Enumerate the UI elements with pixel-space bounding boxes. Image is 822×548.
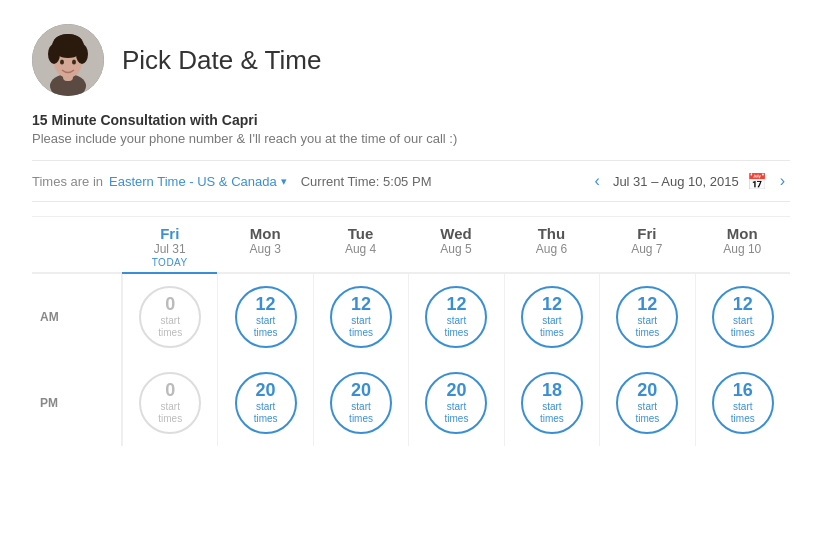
pm-cell-1[interactable]: 20 starttimes [217, 360, 312, 446]
day-date-1: Aug 3 [221, 242, 308, 256]
am-cell-1[interactable]: 12 starttimes [217, 274, 312, 360]
pm-cell-2[interactable]: 20 starttimes [313, 360, 408, 446]
am-label-6: starttimes [731, 315, 755, 339]
am-label: AM [32, 274, 122, 360]
am-count-4: 12 [542, 295, 562, 315]
pm-label-0: starttimes [158, 401, 182, 425]
am-circle-3[interactable]: 12 starttimes [425, 286, 487, 348]
am-count-5: 12 [637, 295, 657, 315]
calendar-icon[interactable]: 📅 [747, 172, 767, 191]
pm-cell-4[interactable]: 18 starttimes [504, 360, 599, 446]
pm-cell-6[interactable]: 16 starttimes [695, 360, 790, 446]
timezone-selector[interactable]: Eastern Time - US & Canada [109, 174, 277, 189]
consultation-title: 15 Minute Consultation with Capri [32, 112, 790, 128]
am-count-6: 12 [733, 295, 753, 315]
pm-circle-1[interactable]: 20 starttimes [235, 372, 297, 434]
day-date-4: Aug 6 [508, 242, 595, 256]
pm-circle-0: 0 starttimes [139, 372, 201, 434]
prev-week-button[interactable]: ‹ [590, 171, 605, 191]
pm-count-3: 20 [446, 381, 466, 401]
empty-header-cell [32, 217, 122, 274]
calendar-grid: Fri Jul 31 TODAY Mon Aug 3 Tue Aug 4 Wed… [32, 216, 790, 446]
am-circle-5[interactable]: 12 starttimes [616, 286, 678, 348]
pm-label-3: starttimes [445, 401, 469, 425]
am-cell-3[interactable]: 12 starttimes [408, 274, 503, 360]
am-label-4: starttimes [540, 315, 564, 339]
pm-circle-5[interactable]: 20 starttimes [616, 372, 678, 434]
am-circle-6[interactable]: 12 starttimes [712, 286, 774, 348]
col-header-2: Tue Aug 4 [313, 217, 408, 274]
pm-count-1: 20 [256, 381, 276, 401]
timezone-bar: Times are in Eastern Time - US & Canada … [32, 160, 790, 202]
date-range: Jul 31 – Aug 10, 2015 [613, 174, 739, 189]
page: Pick Date & Time 15 Minute Consultation … [0, 0, 822, 470]
svg-point-9 [72, 60, 76, 65]
pm-label: PM [32, 360, 122, 446]
day-name-0: Fri [126, 225, 213, 242]
header: Pick Date & Time [32, 24, 790, 96]
today-label: TODAY [126, 257, 213, 268]
pm-label-2: starttimes [349, 401, 373, 425]
avatar [32, 24, 104, 96]
current-time: Current Time: 5:05 PM [301, 174, 432, 189]
col-header-3: Wed Aug 5 [408, 217, 503, 274]
day-name-1: Mon [221, 225, 308, 242]
date-range-nav: ‹ Jul 31 – Aug 10, 2015 📅 › [590, 171, 790, 191]
am-count-1: 12 [256, 295, 276, 315]
pm-label-4: starttimes [540, 401, 564, 425]
pm-label-5: starttimes [635, 401, 659, 425]
am-cell-6[interactable]: 12 starttimes [695, 274, 790, 360]
pm-cell-3[interactable]: 20 starttimes [408, 360, 503, 446]
pm-count-2: 20 [351, 381, 371, 401]
am-cell-2[interactable]: 12 starttimes [313, 274, 408, 360]
col-header-5: Fri Aug 7 [599, 217, 694, 274]
am-count-0: 0 [165, 295, 175, 315]
col-header-4: Thu Aug 6 [504, 217, 599, 274]
day-name-4: Thu [508, 225, 595, 242]
am-circle-4[interactable]: 12 starttimes [521, 286, 583, 348]
consultation-description: Please include your phone number & I'll … [32, 131, 790, 146]
am-count-3: 12 [446, 295, 466, 315]
am-cell-4[interactable]: 12 starttimes [504, 274, 599, 360]
day-date-3: Aug 5 [412, 242, 499, 256]
pm-circle-4[interactable]: 18 starttimes [521, 372, 583, 434]
svg-point-8 [60, 60, 64, 65]
timezone-chevron-icon[interactable]: ▾ [281, 175, 287, 188]
day-date-2: Aug 4 [317, 242, 404, 256]
day-name-5: Fri [603, 225, 690, 242]
am-label-5: starttimes [635, 315, 659, 339]
am-label-2: starttimes [349, 315, 373, 339]
am-circle-0: 0 starttimes [139, 286, 201, 348]
day-name-3: Wed [412, 225, 499, 242]
day-date-5: Aug 7 [603, 242, 690, 256]
am-count-2: 12 [351, 295, 371, 315]
pm-cell-0: 0 starttimes [122, 360, 217, 446]
day-date-6: Aug 10 [699, 242, 786, 256]
day-date-0: Jul 31 [126, 242, 213, 256]
next-week-button[interactable]: › [775, 171, 790, 191]
am-cell-0: 0 starttimes [122, 274, 217, 360]
am-label-3: starttimes [445, 315, 469, 339]
col-header-0: Fri Jul 31 TODAY [122, 217, 217, 274]
am-circle-2[interactable]: 12 starttimes [330, 286, 392, 348]
am-cell-5[interactable]: 12 starttimes [599, 274, 694, 360]
pm-circle-2[interactable]: 20 starttimes [330, 372, 392, 434]
timezone-label: Times are in [32, 174, 103, 189]
day-name-6: Mon [699, 225, 786, 242]
pm-count-4: 18 [542, 381, 562, 401]
pm-circle-6[interactable]: 16 starttimes [712, 372, 774, 434]
col-header-6: Mon Aug 10 [695, 217, 790, 274]
am-circle-1[interactable]: 12 starttimes [235, 286, 297, 348]
pm-count-0: 0 [165, 381, 175, 401]
pm-label-6: starttimes [731, 401, 755, 425]
day-name-2: Tue [317, 225, 404, 242]
am-label-0: starttimes [158, 315, 182, 339]
col-header-1: Mon Aug 3 [217, 217, 312, 274]
meta-section: 15 Minute Consultation with Capri Please… [32, 112, 790, 146]
pm-cell-5[interactable]: 20 starttimes [599, 360, 694, 446]
svg-point-7 [54, 34, 82, 50]
pm-label-1: starttimes [254, 401, 278, 425]
page-title: Pick Date & Time [122, 45, 321, 76]
am-label-1: starttimes [254, 315, 278, 339]
pm-circle-3[interactable]: 20 starttimes [425, 372, 487, 434]
